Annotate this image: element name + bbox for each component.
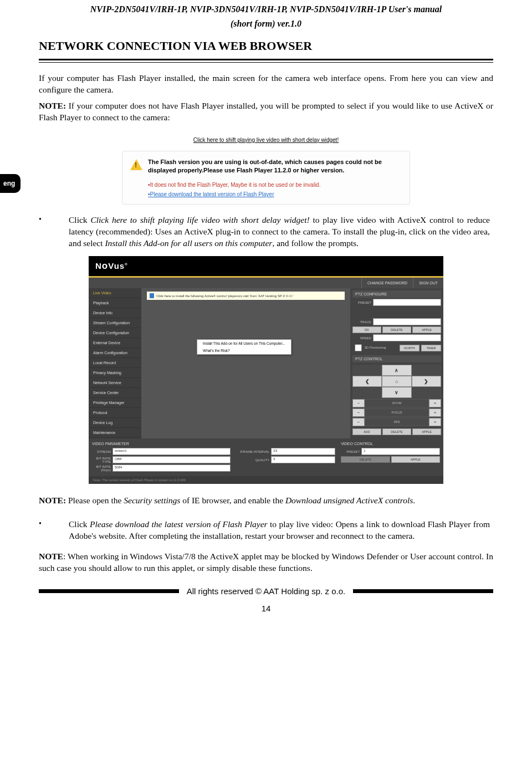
activex-install-bar[interactable]: Click here to install the following Acti…	[147, 292, 345, 300]
focus-minus[interactable]: −	[352, 409, 365, 417]
delete-button[interactable]: DELETE	[382, 326, 411, 333]
iris-label: IRIS	[365, 418, 429, 426]
ptz-down[interactable]: ∨	[382, 387, 411, 398]
video-control-header: VIDEO CONTROL	[341, 442, 440, 446]
vc-apple-button[interactable]: APPLE	[391, 456, 440, 463]
bitrate-kbps-input[interactable]: 5084	[112, 464, 231, 472]
speed-label: SPEED	[352, 336, 371, 340]
timer-button[interactable]: TIMER	[421, 345, 441, 351]
shift-video-link[interactable]: Click here to shift playing live video w…	[39, 137, 493, 143]
dialog-download-link[interactable]: •Please download the latest version of F…	[148, 191, 402, 197]
novus-footnote: Note: The current version of Flash Playe…	[89, 476, 443, 484]
note-defender: NOTE: When working in Windows Vista/7/8 …	[39, 551, 493, 574]
iris-minus[interactable]: −	[352, 418, 365, 426]
dialog-red-line: •It does not find the Flash Player, Mayb…	[148, 182, 402, 188]
sign-out-button[interactable]: SIGN OUT	[413, 278, 443, 288]
sidebar: Live Video Playback Device Info Stream C…	[89, 288, 141, 438]
sidebar-item[interactable]: Protocol	[89, 408, 141, 418]
vc-delete-button[interactable]: DELETE	[341, 456, 390, 463]
sidebar-item[interactable]: Privacy Masking	[89, 368, 141, 378]
flash-warning-dialog: The Flash version you are using is out-o…	[122, 151, 410, 205]
intro-p1: If your computer has Flash Player instal…	[39, 73, 493, 96]
footer-rule-right	[353, 589, 493, 593]
novus-ui-figure: NoVus® CHANGE PASSWORD SIGN OUT Live Vid…	[89, 256, 443, 484]
ptz-home[interactable]: ⌂	[382, 376, 411, 387]
stream-select[interactable]: stream1	[112, 448, 231, 455]
footer-text: All rights reserved © AAT Holding sp. z …	[179, 586, 353, 596]
page-number: 14	[39, 604, 493, 613]
warning-icon	[130, 159, 142, 170]
language-tab[interactable]: eng	[0, 174, 21, 193]
sidebar-item[interactable]: Privilege Manager	[89, 398, 141, 408]
ptz-up[interactable]: ∧	[382, 365, 411, 376]
ptz-control-header: PTZ CONTROL	[352, 355, 441, 363]
stream-label: STREAM	[92, 450, 111, 453]
sidebar-item[interactable]: Device Configuration	[89, 328, 141, 338]
zoom-plus[interactable]: +	[429, 399, 441, 407]
sidebar-item[interactable]: Network Service	[89, 378, 141, 388]
track-label: TRACK	[352, 320, 371, 324]
novus-logo: NoVus®	[95, 261, 128, 270]
apple-button[interactable]: APPLE	[412, 326, 441, 333]
sidebar-item[interactable]: Service Center	[89, 388, 141, 398]
shield-icon	[150, 293, 154, 298]
iris-plus[interactable]: +	[429, 418, 441, 426]
doc-header-line1: NVIP-2DN5041V/IRH-1P, NVIP-3DN5041V/IRH-…	[39, 0, 493, 14]
ptz-right[interactable]: ❯	[412, 376, 441, 387]
vc-preset-select[interactable]: 1	[361, 448, 440, 455]
intro-p2: NOTE: If your computer does not have Fla…	[39, 100, 493, 124]
change-password-button[interactable]: CHANGE PASSWORD	[361, 278, 413, 288]
context-menu[interactable]: Install This Add-on for All Users on Thi…	[197, 339, 291, 355]
apple-button-2[interactable]: APPLE	[412, 428, 441, 435]
dialog-message: The Flash version you are using is out-o…	[148, 158, 402, 175]
video-area[interactable]: Click here to install the following Acti…	[141, 288, 350, 438]
preset-select[interactable]	[373, 299, 441, 306]
ctx-install[interactable]: Install This Add-on for All Users on Thi…	[197, 340, 291, 347]
bitrate-type-label: BIT RATE TYPE	[92, 457, 111, 463]
quality-label: QUALITY	[236, 458, 269, 462]
3d-pos-label: 3D Positioning	[365, 346, 386, 349]
rule	[39, 59, 493, 63]
sidebar-item-live[interactable]: Live Video	[89, 288, 141, 298]
speed-select[interactable]	[373, 334, 441, 341]
zoom-minus[interactable]: −	[352, 399, 365, 407]
north-button[interactable]: NORTH	[400, 345, 420, 351]
video-parameter-header: VIDEO PARAMETER	[92, 442, 231, 446]
focus-label: FOCUS	[365, 409, 429, 417]
iframe-interval-label: IFRAME INTERVAL	[236, 450, 269, 453]
sidebar-item[interactable]: External Device	[89, 338, 141, 348]
note-security: NOTE: Please open the Security settings …	[39, 495, 493, 507]
delete-button-2[interactable]: DELETE	[382, 428, 411, 435]
dd-button[interactable]: DD	[352, 326, 381, 333]
footer-rule-left	[39, 589, 179, 593]
add-button[interactable]: ADD	[352, 428, 381, 435]
focus-plus[interactable]: +	[429, 409, 441, 417]
bullet-activex: •Click Click here to shift playing life …	[39, 215, 493, 249]
ptz-left[interactable]: ❮	[352, 376, 382, 387]
ptz-configure-header: PTZ CONFIGURE	[352, 290, 441, 298]
section-title: NETWORK CONNECTION VIA WEB BROWSER	[39, 39, 493, 53]
3d-pos-checkbox[interactable]	[355, 344, 362, 351]
zoom-label: ZOOM	[365, 399, 429, 407]
bitrate-type-select[interactable]: CBR	[112, 456, 231, 463]
vc-preset-label: PRESET	[341, 450, 360, 453]
track-select[interactable]	[373, 318, 441, 325]
quality-input[interactable]: 5	[271, 456, 335, 463]
ctx-risk[interactable]: What's the Risk?	[197, 347, 291, 354]
bitrate-kbps-label: BIT RATE (Kbps)	[92, 465, 111, 472]
doc-header-line2: (short form) ver.1.0	[39, 14, 493, 29]
sidebar-item[interactable]: Device Log	[89, 418, 141, 428]
iframe-interval-input[interactable]: 23	[271, 448, 335, 455]
sidebar-item[interactable]: Playback	[89, 298, 141, 308]
sidebar-item[interactable]: Stream Configuration	[89, 318, 141, 328]
bullet-flash: •Click Please download the latest versio…	[39, 519, 493, 542]
sidebar-item[interactable]: Device Info	[89, 308, 141, 318]
sidebar-item[interactable]: Alarm Configuration	[89, 348, 141, 358]
preset-label: PRESET	[352, 301, 371, 304]
sidebar-item[interactable]: Maintenance	[89, 428, 141, 438]
sidebar-item[interactable]: Local Record	[89, 358, 141, 368]
